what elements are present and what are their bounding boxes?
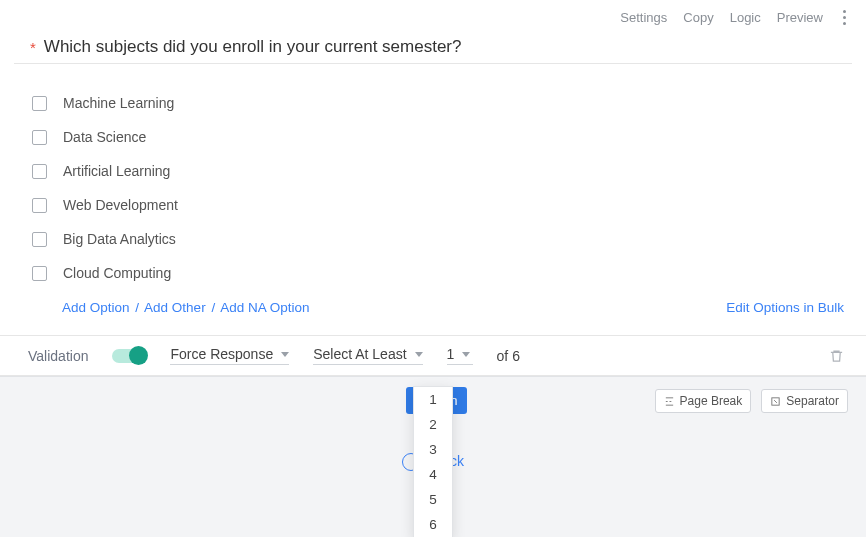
count-dropdown[interactable]: 1 [447, 346, 473, 365]
count-option[interactable]: 1 [414, 387, 452, 412]
settings-link[interactable]: Settings [620, 10, 667, 25]
option-checkbox[interactable] [32, 164, 47, 179]
option-row: Cloud Computing [32, 256, 850, 290]
question-header: * Which subjects did you enroll in your … [14, 31, 852, 64]
add-options-row: Add Option / Add Other / Add NA Option E… [0, 294, 866, 335]
copy-link[interactable]: Copy [683, 10, 713, 25]
option-row: Artificial Learning [32, 154, 850, 188]
force-response-dropdown[interactable]: Force Response [170, 346, 289, 365]
count-option[interactable]: 3 [414, 437, 452, 462]
count-option[interactable]: 6 [414, 512, 452, 537]
option-row: Big Data Analytics [32, 222, 850, 256]
separator-slash: / [135, 300, 139, 315]
option-checkbox[interactable] [32, 96, 47, 111]
preview-link[interactable]: Preview [777, 10, 823, 25]
validation-label: Validation [28, 348, 88, 364]
add-option-link[interactable]: Add Option [62, 300, 130, 315]
chevron-down-icon [462, 352, 470, 357]
separator-label: Separator [786, 394, 839, 408]
option-row: Data Science [32, 120, 850, 154]
option-label[interactable]: Artificial Learning [63, 163, 170, 179]
count-option[interactable]: 4 [414, 462, 452, 487]
chevron-down-icon [415, 352, 423, 357]
option-label[interactable]: Cloud Computing [63, 265, 171, 281]
option-row: Machine Learning [32, 86, 850, 120]
page-break-label: Page Break [680, 394, 743, 408]
option-label[interactable]: Machine Learning [63, 95, 174, 111]
of-total-text: of 6 [497, 348, 520, 364]
validation-toggle[interactable] [112, 349, 146, 363]
page-break-button[interactable]: Page Break [655, 389, 752, 413]
select-at-least-label: Select At Least [313, 346, 406, 362]
chevron-down-icon [281, 352, 289, 357]
option-checkbox[interactable] [32, 266, 47, 281]
option-row: Web Development [32, 188, 850, 222]
count-option[interactable]: 2 [414, 412, 452, 437]
option-label[interactable]: Big Data Analytics [63, 231, 176, 247]
options-list: Machine Learning Data Science Artificial… [0, 64, 866, 294]
delete-icon[interactable] [829, 348, 844, 364]
option-checkbox[interactable] [32, 198, 47, 213]
force-response-label: Force Response [170, 346, 273, 362]
count-option[interactable]: 5 [414, 487, 452, 512]
edit-options-bulk-link[interactable]: Edit Options in Bulk [726, 300, 844, 315]
separator-button[interactable]: Separator [761, 389, 848, 413]
more-menu-icon[interactable] [839, 8, 850, 27]
option-checkbox[interactable] [32, 232, 47, 247]
required-indicator: * [30, 40, 36, 55]
question-text[interactable]: Which subjects did you enroll in your cu… [44, 37, 462, 57]
validation-bar: Validation Force Response Select At Leas… [0, 335, 866, 376]
add-na-option-link[interactable]: Add NA Option [220, 300, 309, 315]
select-at-least-dropdown[interactable]: Select At Least [313, 346, 422, 365]
count-dropdown-menu: 1 2 3 4 5 6 [413, 386, 453, 537]
option-label[interactable]: Web Development [63, 197, 178, 213]
separator-slash: / [211, 300, 215, 315]
option-checkbox[interactable] [32, 130, 47, 145]
add-other-link[interactable]: Add Other [144, 300, 206, 315]
logic-link[interactable]: Logic [730, 10, 761, 25]
count-value: 1 [447, 346, 455, 362]
option-label[interactable]: Data Science [63, 129, 146, 145]
